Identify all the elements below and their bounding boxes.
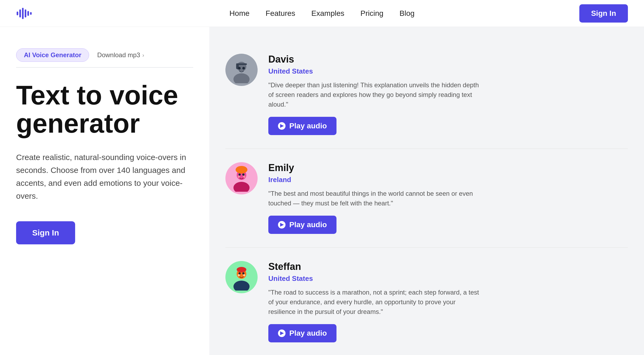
voice-country-steffan: United States	[268, 274, 628, 283]
play-icon-steffan	[278, 329, 286, 337]
hero-sign-in-button[interactable]: Sign In	[16, 221, 75, 244]
right-panel: Davis United States "Dive deeper than ju…	[209, 27, 644, 355]
play-audio-label-emily: Play audio	[289, 220, 327, 229]
voice-quote-emily: "The best and most beautiful things in t…	[268, 189, 483, 208]
svg-point-28	[243, 274, 245, 276]
voice-card-davis: Davis United States "Dive deeper than ju…	[225, 40, 628, 149]
logo-area	[16, 7, 32, 20]
tab-strip: AI Voice Generator Download mp3 ›	[16, 48, 193, 68]
tab-ai-voice-generator[interactable]: AI Voice Generator	[16, 48, 89, 62]
voice-country-davis: United States	[268, 67, 628, 75]
svg-point-19	[238, 176, 240, 178]
chevron-right-icon: ›	[142, 52, 144, 58]
voice-info-steffan: Steffan United States "The road to succe…	[268, 261, 628, 342]
svg-point-17	[239, 173, 241, 176]
nav-item-features[interactable]: Features	[266, 9, 295, 18]
voice-name-davis: Davis	[268, 54, 628, 65]
voice-quote-steffan: "The road to success is a marathon, not …	[268, 288, 483, 317]
voice-name-steffan: Steffan	[268, 261, 628, 272]
play-audio-label-davis: Play audio	[289, 122, 327, 130]
avatar-emily	[225, 162, 258, 194]
hero-title: Text to voice generator	[16, 81, 193, 137]
play-audio-label-steffan: Play audio	[289, 329, 327, 338]
play-audio-button-emily[interactable]: Play audio	[268, 216, 336, 234]
main-layout: AI Voice Generator Download mp3 › Text t…	[0, 27, 644, 355]
avatar-davis	[225, 54, 258, 86]
play-icon-emily	[278, 221, 286, 229]
svg-point-18	[242, 173, 244, 176]
svg-rect-2	[22, 8, 24, 19]
hero-title-line1: Text to voice	[16, 80, 178, 110]
svg-point-16	[236, 166, 247, 173]
svg-rect-10	[236, 63, 247, 65]
play-audio-button-davis[interactable]: Play audio	[268, 117, 336, 135]
svg-point-27	[238, 274, 240, 276]
main-nav: Home Features Examples Pricing Blog	[229, 9, 415, 18]
voice-quote-davis: "Dive deeper than just listening! This e…	[268, 80, 483, 109]
voice-name-emily: Emily	[268, 162, 628, 173]
svg-point-25	[239, 272, 241, 274]
voice-info-emily: Emily Ireland "The best and most beautif…	[268, 162, 628, 234]
tab-download-mp3[interactable]: Download mp3 ›	[97, 51, 144, 59]
svg-rect-1	[19, 9, 21, 17]
nav-item-pricing[interactable]: Pricing	[360, 9, 383, 18]
play-icon-davis	[278, 122, 286, 130]
play-audio-button-steffan[interactable]: Play audio	[268, 324, 336, 342]
voice-card-steffan: Steffan United States "The road to succe…	[225, 248, 628, 355]
nav-item-blog[interactable]: Blog	[400, 9, 415, 18]
header-sign-in-button[interactable]: Sign In	[579, 4, 628, 23]
avatar-steffan	[225, 261, 258, 293]
svg-rect-3	[25, 9, 26, 17]
tab-download-mp3-label: Download mp3	[97, 51, 140, 59]
left-panel: AI Voice Generator Download mp3 › Text t…	[0, 27, 209, 355]
svg-point-11	[238, 67, 241, 70]
logo-icon	[16, 7, 32, 20]
svg-rect-0	[17, 12, 18, 15]
svg-point-20	[243, 176, 245, 178]
voice-country-emily: Ireland	[268, 176, 628, 184]
nav-item-examples[interactable]: Examples	[311, 9, 344, 18]
nav-item-home[interactable]: Home	[229, 9, 250, 18]
voice-info-davis: Davis United States "Dive deeper than ju…	[268, 54, 628, 135]
hero-title-line2: generator	[16, 108, 140, 138]
svg-point-26	[242, 272, 244, 274]
svg-rect-4	[27, 11, 29, 16]
hero-subtitle: Create realistic, natural-sounding voice…	[16, 151, 193, 202]
svg-point-12	[242, 67, 245, 70]
svg-point-24	[237, 267, 246, 272]
voice-card-emily: Emily Ireland "The best and most beautif…	[225, 149, 628, 248]
svg-rect-5	[30, 12, 32, 15]
header: Home Features Examples Pricing Blog Sign…	[0, 0, 644, 27]
